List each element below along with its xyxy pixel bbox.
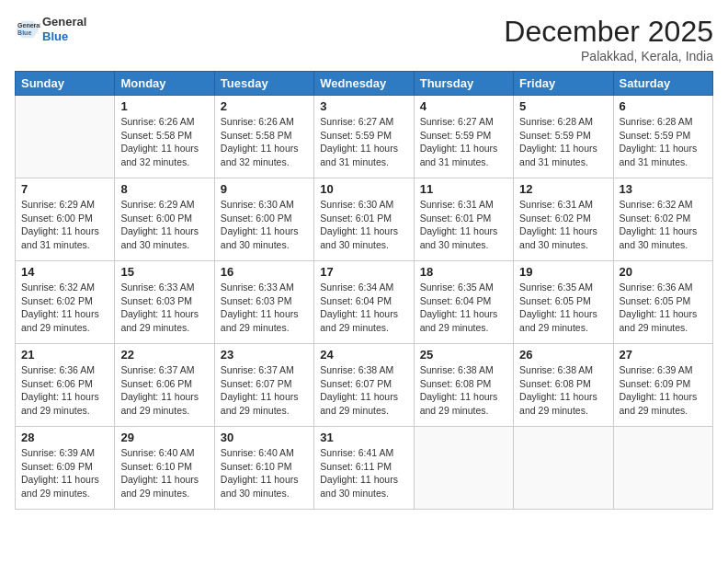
- day-info: Sunrise: 6:32 AMSunset: 6:02 PMDaylight:…: [620, 198, 707, 252]
- calendar-day-cell: 7Sunrise: 6:29 AMSunset: 6:00 PMDaylight…: [16, 178, 115, 261]
- calendar-day-cell: 17Sunrise: 6:34 AMSunset: 6:04 PMDayligh…: [314, 261, 414, 344]
- day-info: Sunrise: 6:36 AMSunset: 6:05 PMDaylight:…: [620, 281, 707, 335]
- calendar-week-row: 7Sunrise: 6:29 AMSunset: 6:00 PMDaylight…: [16, 178, 713, 261]
- day-number: 31: [320, 431, 407, 444]
- day-number: 5: [519, 99, 607, 113]
- day-info: Sunrise: 6:31 AMSunset: 6:01 PMDaylight:…: [420, 198, 507, 252]
- day-number: 3: [320, 99, 407, 113]
- day-number: 6: [620, 99, 707, 113]
- calendar-day-cell: 27Sunrise: 6:39 AMSunset: 6:09 PMDayligh…: [613, 344, 712, 427]
- calendar-day-cell: 20Sunrise: 6:36 AMSunset: 6:05 PMDayligh…: [613, 261, 712, 344]
- day-info: Sunrise: 6:34 AMSunset: 6:04 PMDaylight:…: [320, 281, 407, 335]
- day-info: Sunrise: 6:27 AMSunset: 5:59 PMDaylight:…: [420, 115, 507, 169]
- day-number: 15: [120, 265, 208, 279]
- day-number: 22: [120, 348, 208, 362]
- day-number: 30: [221, 431, 308, 444]
- day-info: Sunrise: 6:37 AMSunset: 6:07 PMDaylight:…: [221, 363, 308, 418]
- day-number: 19: [519, 265, 607, 279]
- day-number: 11: [420, 182, 507, 196]
- day-info: Sunrise: 6:37 AMSunset: 6:06 PMDaylight:…: [120, 363, 208, 418]
- day-number: 2: [221, 99, 308, 113]
- calendar-day-cell: 21Sunrise: 6:36 AMSunset: 6:06 PMDayligh…: [16, 344, 115, 427]
- logo-icon: General Blue: [15, 17, 40, 42]
- page-header: General Blue General Blue December 2025 …: [15, 15, 713, 63]
- weekday-header: Friday: [514, 72, 613, 96]
- day-number: 21: [21, 348, 108, 362]
- day-info: Sunrise: 6:26 AMSunset: 5:58 PMDaylight:…: [221, 115, 308, 169]
- day-number: 17: [320, 265, 407, 279]
- calendar-day-cell: 22Sunrise: 6:37 AMSunset: 6:06 PMDayligh…: [115, 344, 214, 427]
- weekday-header: Thursday: [414, 72, 513, 96]
- day-number: 18: [420, 265, 507, 279]
- day-info: Sunrise: 6:35 AMSunset: 6:04 PMDaylight:…: [420, 281, 507, 335]
- calendar-day-cell: 10Sunrise: 6:30 AMSunset: 6:01 PMDayligh…: [314, 178, 414, 261]
- day-number: 7: [21, 182, 108, 196]
- day-number: 8: [120, 182, 208, 196]
- day-info: Sunrise: 6:38 AMSunset: 6:07 PMDaylight:…: [320, 363, 407, 418]
- svg-text:General: General: [17, 21, 40, 28]
- day-info: Sunrise: 6:28 AMSunset: 5:59 PMDaylight:…: [620, 115, 707, 169]
- day-number: 13: [620, 182, 707, 196]
- day-info: Sunrise: 6:27 AMSunset: 5:59 PMDaylight:…: [320, 115, 407, 169]
- calendar-day-cell: 9Sunrise: 6:30 AMSunset: 6:00 PMDaylight…: [214, 178, 313, 261]
- calendar-day-cell: 29Sunrise: 6:40 AMSunset: 6:10 PMDayligh…: [115, 427, 214, 510]
- calendar-day-cell: 2Sunrise: 6:26 AMSunset: 5:58 PMDaylight…: [214, 96, 313, 178]
- location: Palakkad, Kerala, India: [504, 49, 713, 63]
- logo-general: General: [42, 15, 86, 29]
- calendar-week-row: 21Sunrise: 6:36 AMSunset: 6:06 PMDayligh…: [16, 344, 713, 427]
- day-number: 25: [420, 348, 507, 362]
- day-info: Sunrise: 6:35 AMSunset: 6:05 PMDaylight:…: [519, 281, 607, 335]
- calendar-table: SundayMondayTuesdayWednesdayThursdayFrid…: [15, 71, 713, 510]
- day-number: 23: [221, 348, 308, 362]
- calendar-week-row: 28Sunrise: 6:39 AMSunset: 6:09 PMDayligh…: [16, 427, 713, 510]
- calendar-day-cell: 14Sunrise: 6:32 AMSunset: 6:02 PMDayligh…: [16, 261, 115, 344]
- calendar-day-cell: 31Sunrise: 6:41 AMSunset: 6:11 PMDayligh…: [314, 427, 414, 510]
- calendar-day-cell: 19Sunrise: 6:35 AMSunset: 6:05 PMDayligh…: [514, 261, 613, 344]
- calendar-day-cell: 23Sunrise: 6:37 AMSunset: 6:07 PMDayligh…: [214, 344, 313, 427]
- weekday-header: Monday: [115, 72, 214, 96]
- weekday-header: Wednesday: [314, 72, 414, 96]
- calendar-day-cell: 5Sunrise: 6:28 AMSunset: 5:59 PMDaylight…: [514, 96, 613, 178]
- calendar-day-cell: 8Sunrise: 6:29 AMSunset: 6:00 PMDaylight…: [115, 178, 214, 261]
- weekday-header: Saturday: [613, 72, 712, 96]
- day-number: 14: [21, 265, 108, 279]
- day-number: 4: [420, 99, 507, 113]
- calendar-day-cell: 15Sunrise: 6:33 AMSunset: 6:03 PMDayligh…: [115, 261, 214, 344]
- weekday-header: Sunday: [16, 72, 115, 96]
- calendar-week-row: 1Sunrise: 6:26 AMSunset: 5:58 PMDaylight…: [16, 96, 713, 178]
- day-info: Sunrise: 6:32 AMSunset: 6:02 PMDaylight:…: [21, 281, 108, 335]
- day-number: 28: [21, 431, 108, 444]
- day-info: Sunrise: 6:40 AMSunset: 6:10 PMDaylight:…: [221, 446, 308, 500]
- day-number: 16: [221, 265, 308, 279]
- calendar-day-cell: 25Sunrise: 6:38 AMSunset: 6:08 PMDayligh…: [414, 344, 513, 427]
- day-number: 1: [120, 99, 208, 113]
- day-number: 27: [620, 348, 707, 362]
- day-info: Sunrise: 6:29 AMSunset: 6:00 PMDaylight:…: [21, 198, 108, 252]
- day-info: Sunrise: 6:36 AMSunset: 6:06 PMDaylight:…: [21, 363, 108, 418]
- calendar-day-cell: 12Sunrise: 6:31 AMSunset: 6:02 PMDayligh…: [514, 178, 613, 261]
- calendar-day-cell: 13Sunrise: 6:32 AMSunset: 6:02 PMDayligh…: [613, 178, 712, 261]
- calendar-week-row: 14Sunrise: 6:32 AMSunset: 6:02 PMDayligh…: [16, 261, 713, 344]
- day-number: 24: [320, 348, 407, 362]
- day-number: 26: [519, 348, 607, 362]
- weekday-header: Tuesday: [214, 72, 313, 96]
- title-block: December 2025 Palakkad, Kerala, India: [504, 15, 713, 63]
- day-info: Sunrise: 6:38 AMSunset: 6:08 PMDaylight:…: [519, 363, 607, 418]
- day-number: 29: [120, 431, 208, 444]
- day-info: Sunrise: 6:26 AMSunset: 5:58 PMDaylight:…: [120, 115, 208, 169]
- day-info: Sunrise: 6:41 AMSunset: 6:11 PMDaylight:…: [320, 446, 407, 500]
- calendar-day-cell: 4Sunrise: 6:27 AMSunset: 5:59 PMDaylight…: [414, 96, 513, 178]
- calendar-day-cell: 3Sunrise: 6:27 AMSunset: 5:59 PMDaylight…: [314, 96, 414, 178]
- calendar-day-cell: [514, 427, 613, 510]
- logo: General Blue General Blue: [15, 15, 86, 43]
- day-info: Sunrise: 6:38 AMSunset: 6:08 PMDaylight:…: [420, 363, 507, 418]
- calendar-day-cell: 26Sunrise: 6:38 AMSunset: 6:08 PMDayligh…: [514, 344, 613, 427]
- day-info: Sunrise: 6:29 AMSunset: 6:00 PMDaylight:…: [120, 198, 208, 252]
- logo-blue: Blue: [42, 29, 68, 43]
- day-info: Sunrise: 6:31 AMSunset: 6:02 PMDaylight:…: [519, 198, 607, 252]
- calendar-day-cell: [414, 427, 513, 510]
- calendar-day-cell: 11Sunrise: 6:31 AMSunset: 6:01 PMDayligh…: [414, 178, 513, 261]
- calendar-day-cell: 28Sunrise: 6:39 AMSunset: 6:09 PMDayligh…: [16, 427, 115, 510]
- calendar-day-cell: 30Sunrise: 6:40 AMSunset: 6:10 PMDayligh…: [214, 427, 313, 510]
- day-info: Sunrise: 6:33 AMSunset: 6:03 PMDaylight:…: [120, 281, 208, 335]
